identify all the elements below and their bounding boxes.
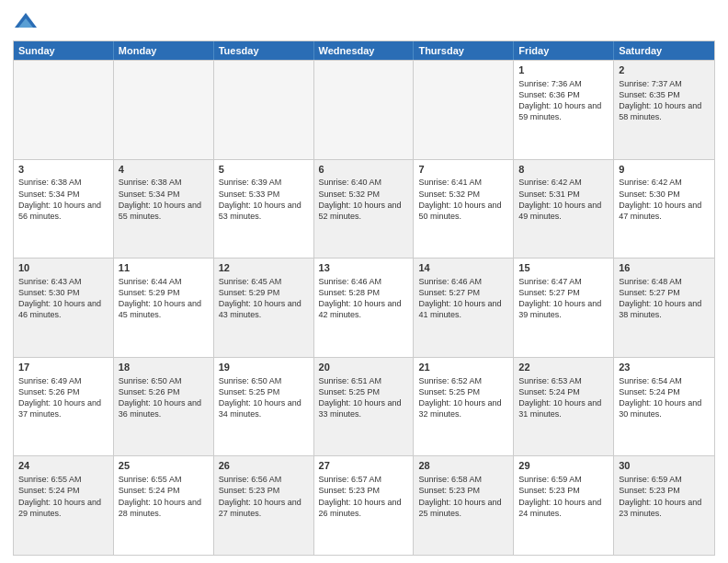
day-number: 22: [518, 361, 609, 374]
calendar-cell: 26Sunrise: 6:56 AM Sunset: 5:23 PM Dayli…: [214, 456, 314, 555]
calendar: SundayMondayTuesdayWednesdayThursdayFrid…: [13, 40, 715, 556]
page: SundayMondayTuesdayWednesdayThursdayFrid…: [0, 0, 728, 563]
day-info: Sunrise: 6:56 AM Sunset: 5:23 PM Dayligh…: [219, 474, 309, 519]
calendar-cell: 9Sunrise: 6:42 AM Sunset: 5:30 PM Daylig…: [614, 160, 714, 259]
day-number: 16: [619, 261, 710, 275]
day-number: 19: [219, 361, 309, 374]
weekday-header: Sunday: [14, 41, 114, 60]
day-number: 3: [18, 163, 108, 177]
day-info: Sunrise: 7:37 AM Sunset: 6:35 PM Dayligh…: [619, 78, 710, 123]
calendar-body: 1Sunrise: 7:36 AM Sunset: 6:36 PM Daylig…: [14, 60, 714, 555]
day-info: Sunrise: 6:41 AM Sunset: 5:32 PM Dayligh…: [418, 177, 508, 222]
day-info: Sunrise: 6:58 AM Sunset: 5:23 PM Dayligh…: [418, 474, 508, 519]
calendar-cell: 11Sunrise: 6:44 AM Sunset: 5:29 PM Dayli…: [114, 259, 214, 357]
calendar-cell: 4Sunrise: 6:38 AM Sunset: 5:34 PM Daylig…: [114, 160, 214, 259]
calendar-cell: 14Sunrise: 6:46 AM Sunset: 5:27 PM Dayli…: [414, 259, 514, 357]
day-number: 12: [219, 261, 309, 275]
weekday-header: Tuesday: [214, 41, 314, 60]
day-info: Sunrise: 6:57 AM Sunset: 5:23 PM Dayligh…: [319, 474, 409, 519]
day-number: 29: [518, 459, 609, 473]
day-info: Sunrise: 6:52 AM Sunset: 5:25 PM Dayligh…: [418, 375, 508, 420]
day-info: Sunrise: 6:38 AM Sunset: 5:34 PM Dayligh…: [119, 177, 209, 222]
day-info: Sunrise: 6:49 AM Sunset: 5:26 PM Dayligh…: [18, 375, 108, 420]
day-number: 18: [119, 361, 209, 374]
calendar-cell: [14, 61, 114, 159]
calendar-cell: 17Sunrise: 6:49 AM Sunset: 5:26 PM Dayli…: [14, 358, 114, 456]
day-info: Sunrise: 6:50 AM Sunset: 5:26 PM Dayligh…: [119, 375, 209, 420]
day-info: Sunrise: 6:59 AM Sunset: 5:23 PM Dayligh…: [619, 474, 710, 519]
calendar-cell: 12Sunrise: 6:45 AM Sunset: 5:29 PM Dayli…: [214, 259, 314, 357]
day-number: 14: [418, 261, 508, 275]
day-number: 30: [619, 459, 710, 473]
day-info: Sunrise: 6:53 AM Sunset: 5:24 PM Dayligh…: [518, 375, 609, 420]
calendar-cell: 6Sunrise: 6:40 AM Sunset: 5:32 PM Daylig…: [314, 160, 415, 259]
calendar-cell: 28Sunrise: 6:58 AM Sunset: 5:23 PM Dayli…: [414, 456, 514, 555]
calendar-cell: 7Sunrise: 6:41 AM Sunset: 5:32 PM Daylig…: [414, 160, 514, 259]
calendar-header-row: SundayMondayTuesdayWednesdayThursdayFrid…: [14, 41, 714, 60]
day-number: 13: [319, 261, 409, 275]
day-number: 9: [619, 163, 710, 177]
calendar-cell: [314, 61, 415, 159]
day-info: Sunrise: 6:42 AM Sunset: 5:31 PM Dayligh…: [518, 177, 609, 222]
day-info: Sunrise: 6:43 AM Sunset: 5:30 PM Dayligh…: [18, 276, 108, 321]
day-info: Sunrise: 6:46 AM Sunset: 5:28 PM Dayligh…: [319, 276, 409, 321]
day-info: Sunrise: 6:38 AM Sunset: 5:34 PM Dayligh…: [18, 177, 108, 222]
calendar-cell: 24Sunrise: 6:55 AM Sunset: 5:24 PM Dayli…: [14, 456, 114, 555]
calendar-cell: 15Sunrise: 6:47 AM Sunset: 5:27 PM Dayli…: [514, 259, 614, 357]
day-number: 4: [119, 163, 209, 177]
calendar-row: 3Sunrise: 6:38 AM Sunset: 5:34 PM Daylig…: [14, 159, 714, 259]
calendar-cell: 21Sunrise: 6:52 AM Sunset: 5:25 PM Dayli…: [414, 358, 514, 456]
day-info: Sunrise: 6:42 AM Sunset: 5:30 PM Dayligh…: [619, 177, 710, 222]
day-number: 26: [219, 459, 309, 473]
day-number: 28: [418, 459, 508, 473]
day-number: 2: [619, 63, 710, 77]
calendar-cell: [214, 61, 314, 159]
day-number: 24: [18, 459, 108, 473]
day-info: Sunrise: 7:36 AM Sunset: 6:36 PM Dayligh…: [518, 78, 609, 123]
day-number: 7: [418, 163, 508, 177]
weekday-header: Monday: [114, 41, 214, 60]
calendar-cell: 2Sunrise: 7:37 AM Sunset: 6:35 PM Daylig…: [614, 61, 714, 159]
day-info: Sunrise: 6:47 AM Sunset: 5:27 PM Dayligh…: [518, 276, 609, 321]
day-info: Sunrise: 6:44 AM Sunset: 5:29 PM Dayligh…: [119, 276, 209, 321]
calendar-cell: 1Sunrise: 7:36 AM Sunset: 6:36 PM Daylig…: [514, 61, 614, 159]
day-number: 25: [119, 459, 209, 473]
day-number: 5: [219, 163, 309, 177]
calendar-cell: 27Sunrise: 6:57 AM Sunset: 5:23 PM Dayli…: [314, 456, 415, 555]
calendar-cell: 25Sunrise: 6:55 AM Sunset: 5:24 PM Dayli…: [114, 456, 214, 555]
day-number: 17: [18, 361, 108, 374]
day-info: Sunrise: 6:48 AM Sunset: 5:27 PM Dayligh…: [619, 276, 710, 321]
calendar-cell: [114, 61, 214, 159]
calendar-cell: 19Sunrise: 6:50 AM Sunset: 5:25 PM Dayli…: [214, 358, 314, 456]
header: [13, 9, 715, 35]
day-number: 1: [518, 63, 609, 77]
day-number: 8: [518, 163, 609, 177]
calendar-cell: 16Sunrise: 6:48 AM Sunset: 5:27 PM Dayli…: [614, 259, 714, 357]
calendar-cell: 22Sunrise: 6:53 AM Sunset: 5:24 PM Dayli…: [514, 358, 614, 456]
day-number: 23: [619, 361, 710, 374]
calendar-row: 17Sunrise: 6:49 AM Sunset: 5:26 PM Dayli…: [14, 357, 714, 456]
calendar-cell: 20Sunrise: 6:51 AM Sunset: 5:25 PM Dayli…: [314, 358, 415, 456]
calendar-cell: 5Sunrise: 6:39 AM Sunset: 5:33 PM Daylig…: [214, 160, 314, 259]
day-number: 11: [119, 261, 209, 275]
calendar-row: 24Sunrise: 6:55 AM Sunset: 5:24 PM Dayli…: [14, 455, 714, 555]
calendar-cell: 18Sunrise: 6:50 AM Sunset: 5:26 PM Dayli…: [114, 358, 214, 456]
calendar-cell: 3Sunrise: 6:38 AM Sunset: 5:34 PM Daylig…: [14, 160, 114, 259]
day-info: Sunrise: 6:45 AM Sunset: 5:29 PM Dayligh…: [219, 276, 309, 321]
day-number: 21: [418, 361, 508, 374]
calendar-cell: 30Sunrise: 6:59 AM Sunset: 5:23 PM Dayli…: [614, 456, 714, 555]
day-info: Sunrise: 6:50 AM Sunset: 5:25 PM Dayligh…: [219, 375, 309, 420]
day-info: Sunrise: 6:54 AM Sunset: 5:24 PM Dayligh…: [619, 375, 710, 420]
day-number: 6: [319, 163, 409, 177]
logo: [13, 9, 42, 35]
calendar-cell: 29Sunrise: 6:59 AM Sunset: 5:23 PM Dayli…: [514, 456, 614, 555]
calendar-cell: 8Sunrise: 6:42 AM Sunset: 5:31 PM Daylig…: [514, 160, 614, 259]
day-info: Sunrise: 6:39 AM Sunset: 5:33 PM Dayligh…: [219, 177, 309, 222]
weekday-header: Wednesday: [314, 41, 415, 60]
calendar-row: 10Sunrise: 6:43 AM Sunset: 5:30 PM Dayli…: [14, 258, 714, 357]
weekday-header: Thursday: [414, 41, 514, 60]
calendar-cell: 10Sunrise: 6:43 AM Sunset: 5:30 PM Dayli…: [14, 259, 114, 357]
calendar-cell: [414, 61, 514, 159]
day-info: Sunrise: 6:55 AM Sunset: 5:24 PM Dayligh…: [18, 474, 108, 519]
day-number: 15: [518, 261, 609, 275]
